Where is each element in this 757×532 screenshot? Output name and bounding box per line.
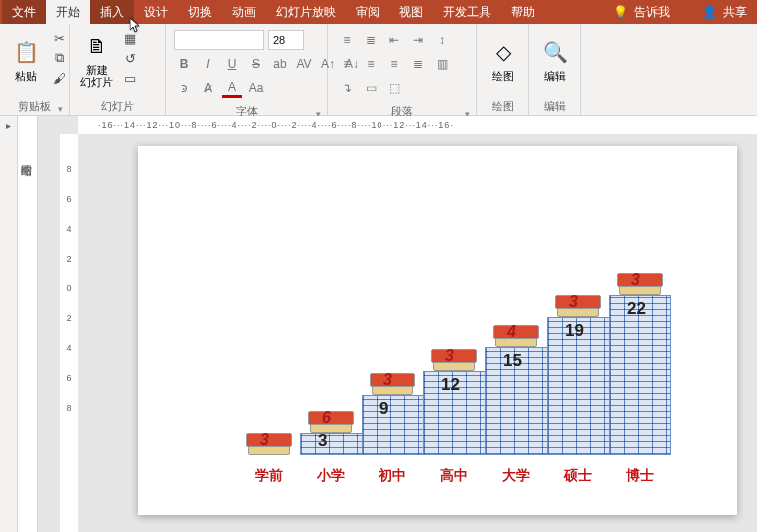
group-slides-label: 幻灯片 (74, 97, 161, 116)
align-text-icon[interactable]: ▭ (360, 78, 381, 98)
paste-label: 粘贴 (15, 70, 37, 82)
ruler-vertical: 864202468 (60, 134, 78, 532)
step-top-value: 4 (507, 323, 516, 341)
share-button[interactable]: 共享 (723, 4, 747, 21)
launcher-icon[interactable]: ▾ (58, 104, 63, 114)
justify-icon[interactable]: ≣ (407, 54, 429, 74)
format-painter-icon[interactable]: 🖌 (50, 70, 68, 86)
step-top-value: 3 (631, 271, 640, 289)
line-spacing-icon[interactable]: ↕ (431, 30, 453, 50)
books-icon (431, 345, 477, 371)
numbering-icon[interactable]: ≣ (360, 30, 381, 50)
ruler-horizontal: ·16···14···12···10···8····6····4····2···… (78, 116, 757, 134)
step-top-value: 3 (260, 431, 269, 449)
workspace: ▸ 缩略图 ·16···14···12···10···8····6····4··… (0, 116, 757, 532)
tell-me[interactable]: 告诉我 (634, 4, 670, 21)
tab-help[interactable]: 帮助 (501, 0, 545, 24)
editing-label: 编辑 (544, 70, 566, 82)
step-top-value: 3 (569, 293, 578, 311)
x-axis-label: 小学 (300, 467, 362, 485)
books-icon (555, 291, 601, 317)
reset-icon[interactable]: ↺ (121, 50, 139, 66)
text-direction-icon[interactable]: ↴ (336, 78, 358, 98)
shapes-icon: ◇ (487, 36, 519, 68)
new-slide-label: 新建 幻灯片 (80, 64, 113, 88)
paste-button[interactable]: 📋 粘贴 (4, 26, 48, 92)
cut-icon[interactable]: ✂ (50, 30, 68, 46)
books-icon (246, 429, 292, 455)
step-mid-value: 22 (627, 299, 646, 319)
find-icon: 🔍 (539, 36, 571, 68)
strike-button[interactable]: S (246, 54, 266, 74)
title-bar: 文件 开始 插入 设计 切换 动画 幻灯片放映 审阅 视图 开发工具 帮助 💡 … (0, 0, 757, 24)
highlight-icon[interactable]: ꜿ (174, 78, 194, 98)
step-mid-value: 3 (318, 431, 327, 451)
books-icon (308, 407, 354, 433)
change-case-icon[interactable]: Aa (246, 78, 266, 98)
step-top-value: 6 (322, 409, 331, 427)
font-family-select[interactable] (174, 30, 264, 50)
italic-button[interactable]: I (198, 54, 218, 74)
outline-toggle[interactable]: ▸ (0, 116, 18, 532)
x-axis-label: 初中 (362, 467, 423, 485)
bullets-icon[interactable]: ≡ (336, 30, 358, 50)
x-axis-label: 硕士 (547, 467, 609, 485)
clipboard-icon: 📋 (10, 36, 42, 68)
user-icon: 👤 (702, 5, 717, 19)
drawing-label: 绘图 (492, 70, 514, 82)
x-axis-label: 大学 (485, 467, 547, 485)
section-icon[interactable]: ▭ (121, 70, 139, 86)
slide[interactable]: 36339312415319322 学前小学初中高中大学硕士博士 (138, 146, 737, 515)
copy-icon[interactable]: ⧉ (50, 50, 68, 66)
bold-button[interactable]: B (174, 54, 194, 74)
font-size-select[interactable] (268, 30, 304, 50)
new-slide-icon: 🗎 (81, 30, 113, 62)
drawing-button[interactable]: ◇绘图 (481, 26, 525, 92)
step-mid-value: 9 (379, 399, 388, 419)
tab-transition[interactable]: 切换 (178, 0, 222, 24)
indent-dec-icon[interactable]: ⇤ (383, 30, 405, 50)
tab-home[interactable]: 开始 (46, 0, 90, 24)
new-slide-button[interactable]: 🗎 新建 幻灯片 (74, 26, 119, 92)
tab-animation[interactable]: 动画 (222, 0, 266, 24)
tab-file[interactable]: 文件 (2, 0, 46, 24)
spacing-button[interactable]: AV (294, 54, 314, 74)
group-drawing-label: 绘图 (481, 97, 524, 116)
tab-insert[interactable]: 插入 (90, 0, 134, 24)
step-mid-value: 15 (503, 351, 522, 371)
step-mid-value: 19 (565, 321, 584, 341)
align-right-icon[interactable]: ≡ (383, 54, 405, 74)
x-axis-label: 博士 (609, 467, 671, 485)
smartart-icon[interactable]: ⬚ (383, 78, 405, 98)
x-axis-label: 高中 (423, 467, 485, 485)
columns-icon[interactable]: ▥ (431, 54, 453, 74)
clear-format-icon[interactable]: A̷ (198, 78, 218, 98)
thumbnail-pane-label[interactable]: 缩略图 (18, 116, 38, 532)
step-chart[interactable]: 36339312415319322 学前小学初中高中大学硕士博士 (238, 216, 707, 495)
group-editing-label: 编辑 (533, 97, 576, 116)
canvas-area: ·16···14···12···10···8····6····4····2···… (38, 116, 757, 532)
step-top-value: 3 (445, 347, 454, 365)
align-center-icon[interactable]: ≡ (360, 54, 381, 74)
books-icon (493, 321, 539, 347)
tab-dev[interactable]: 开发工具 (433, 0, 501, 24)
group-clipboard-label: 剪贴板▾ (4, 97, 65, 116)
step-mid-value: 12 (441, 375, 460, 395)
lightbulb-icon: 💡 (613, 5, 628, 19)
books-icon (617, 269, 663, 295)
x-axis-label: 学前 (238, 467, 300, 485)
books-icon (370, 369, 415, 395)
align-left-icon[interactable]: ≡ (336, 54, 358, 74)
font-color-icon[interactable]: A (222, 78, 242, 98)
cursor-icon (130, 18, 142, 34)
tab-review[interactable]: 审阅 (346, 0, 389, 24)
shadow-button[interactable]: ab (270, 54, 290, 74)
tab-view[interactable]: 视图 (389, 0, 433, 24)
step-top-value: 3 (383, 371, 392, 389)
indent-inc-icon[interactable]: ⇥ (407, 30, 429, 50)
step-6: 322 (609, 266, 671, 455)
editing-button[interactable]: 🔍编辑 (533, 26, 577, 92)
tab-slideshow[interactable]: 幻灯片放映 (266, 0, 346, 24)
underline-button[interactable]: U (222, 54, 242, 74)
ribbon: 📋 粘贴 ✂ ⧉ 🖌 剪贴板▾ 🗎 新建 幻灯片 ▦ ↺ ▭ 幻灯片 (0, 24, 757, 116)
